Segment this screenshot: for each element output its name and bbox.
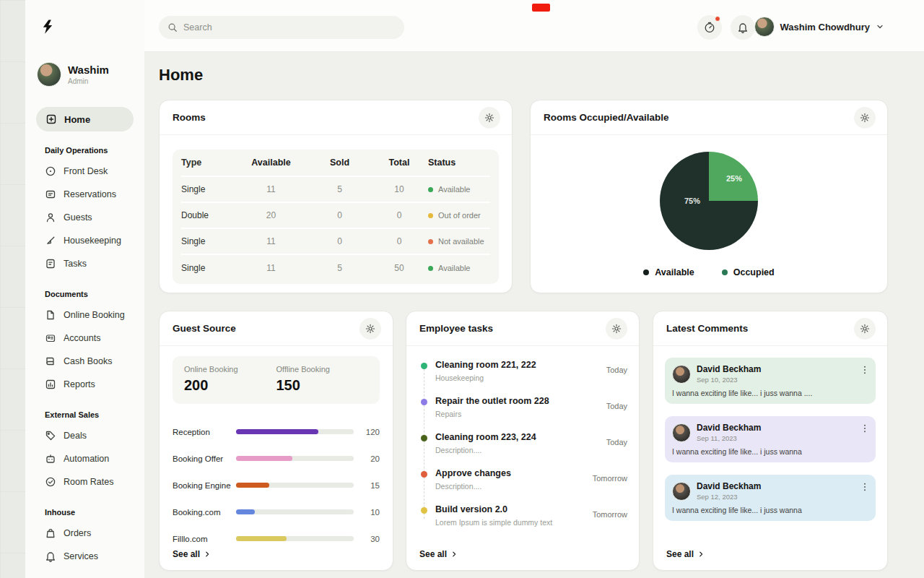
kebab-icon — [860, 423, 870, 434]
gear-icon — [611, 324, 622, 334]
comment-date: Sep 11, 2023 — [697, 434, 761, 442]
sidebar-item-reservations[interactable]: Reservations — [25, 183, 144, 206]
sidebar-item-deals[interactable]: Deals — [25, 424, 144, 447]
bar-fill — [236, 509, 255, 514]
sidebar-item-orders[interactable]: Orders — [25, 522, 144, 545]
sidebar-item-housekeeping[interactable]: Housekeeping — [25, 229, 144, 252]
room-sold: 5 — [309, 184, 370, 194]
tasks-list: Cleaning room 221, 222 Housekeeping Toda… — [421, 360, 627, 540]
legend-label: Available — [655, 267, 694, 277]
avatar — [672, 423, 691, 442]
rooms-table-header: Type Available Sold Total Status — [181, 150, 490, 177]
bar-label: Filllo.com — [173, 535, 236, 543]
bar-label: Booking.com — [173, 508, 236, 517]
gear-icon — [860, 113, 870, 123]
bell-icon — [737, 22, 749, 33]
guest-source-bars: Reception 120 Booking Offer 20 Booking E… — [173, 418, 380, 552]
user-name: Washim Chowdhury — [780, 22, 870, 33]
sidebar-item-reports[interactable]: Reports — [25, 373, 144, 396]
bar-value: 120 — [362, 428, 380, 436]
chevron-down-icon — [876, 22, 884, 31]
kebab-menu-button[interactable] — [860, 423, 870, 434]
notifications-button[interactable] — [731, 15, 755, 40]
search-input[interactable] — [183, 22, 396, 33]
list-item: Cleaning room 221, 222 Housekeeping Toda… — [421, 360, 627, 396]
occupancy-settings-button[interactable] — [854, 107, 876, 129]
sidebar-item-services[interactable]: Services — [25, 545, 144, 568]
task-subtitle: Housekeeping — [435, 374, 606, 382]
task-title: Repair the outlet room 228 — [435, 396, 606, 406]
latest-comments-card: Latest Comments David Beckham Sep 10, 20… — [653, 311, 888, 571]
room-type: Double — [181, 210, 233, 220]
chevron-right-icon — [204, 551, 211, 558]
search-bar[interactable] — [159, 16, 404, 39]
tasks-see-all-link[interactable]: See all — [419, 549, 458, 559]
bar-value: 30 — [362, 535, 380, 543]
task-dot — [421, 399, 427, 405]
sidebar-item-label: Services — [64, 551, 98, 561]
task-title: Build version 2.0 — [435, 504, 593, 514]
room-type: Single — [181, 236, 233, 246]
task-subtitle: Description.... — [435, 446, 606, 454]
bar-fill — [236, 429, 318, 434]
pie-slice-label: 25% — [726, 174, 742, 183]
filllo-logo — [40, 19, 56, 35]
tasks-settings-button[interactable] — [606, 318, 627, 340]
bar-track — [236, 536, 354, 541]
bar-value: 10 — [362, 508, 380, 517]
sidebar-item-guests[interactable]: Guests — [25, 206, 144, 229]
status-dot — [428, 213, 433, 218]
bar-value: 20 — [362, 454, 380, 463]
rooms-settings-button[interactable] — [479, 107, 500, 129]
sidebar-item-accounts[interactable]: Accounts — [25, 327, 144, 350]
housekeeping-icon — [45, 235, 56, 246]
occupancy-card-title: Rooms Occupied/Available — [544, 112, 669, 123]
list-item: David Beckham Sep 10, 2023 I wanna excit… — [665, 358, 876, 404]
kebab-icon — [860, 482, 870, 492]
room-available: 11 — [233, 236, 309, 246]
comment-text: I wanna exciting life like... i juss wan… — [672, 506, 868, 514]
comments-settings-button[interactable] — [854, 318, 876, 340]
bar-value: 15 — [362, 481, 380, 490]
guest-source-settings-button[interactable] — [359, 318, 381, 340]
task-due: Tomorrow — [593, 504, 627, 519]
sidebar-item-label: Home — [64, 114, 90, 125]
guest-source-see-all-link[interactable]: See all — [173, 549, 211, 559]
room-sold: 0 — [309, 236, 370, 246]
sidebar-item-label: Housekeeping — [64, 236, 121, 246]
kebab-menu-button[interactable] — [860, 365, 870, 375]
task-due: Tomorrow — [593, 468, 627, 483]
status-badge: Not available — [428, 237, 490, 246]
sidebar-item-front-desk[interactable]: Front Desk — [25, 160, 144, 183]
reports-icon — [45, 379, 56, 390]
comment-date: Sep 10, 2023 — [697, 376, 761, 384]
sidebar-item-room-rates[interactable]: Room Rates — [25, 470, 144, 493]
comment-author: David Beckham — [697, 423, 761, 433]
bar-label: Booking Offer — [173, 454, 236, 463]
room-total: 0 — [370, 210, 428, 220]
profile-avatar — [37, 62, 61, 87]
bar-label: Reception — [173, 428, 236, 436]
user-menu[interactable]: Washim Chowdhury — [754, 14, 884, 40]
room-total: 50 — [370, 263, 428, 273]
status-dot — [428, 187, 433, 192]
timer-button[interactable] — [697, 15, 722, 40]
sidebar-item-automation[interactable]: Automation — [25, 447, 144, 470]
summary-label: Online Booking — [184, 365, 276, 374]
task-title: Cleaning room 223, 224 — [435, 432, 606, 442]
sidebar-item-home[interactable]: Home — [36, 107, 134, 131]
sidebar-item-label: Room Rates — [64, 477, 113, 487]
online-booking-icon — [45, 309, 56, 321]
sidebar-section-documents: Documents — [45, 290, 144, 298]
bar-track — [236, 429, 354, 434]
comment-author: David Beckham — [697, 481, 761, 491]
kebab-menu-button[interactable] — [860, 482, 870, 492]
room-type: Single — [181, 184, 233, 194]
column-header: Type — [181, 158, 233, 168]
bar-row: Filllo.com 30 — [173, 525, 380, 552]
comments-see-all-link[interactable]: See all — [666, 549, 705, 559]
sidebar-item-online-booking[interactable]: Online Booking — [25, 303, 144, 327]
sidebar-item-tasks[interactable]: Tasks — [25, 252, 144, 275]
sidebar-item-cash-books[interactable]: Cash Books — [25, 350, 144, 373]
room-sold: 5 — [309, 263, 370, 273]
